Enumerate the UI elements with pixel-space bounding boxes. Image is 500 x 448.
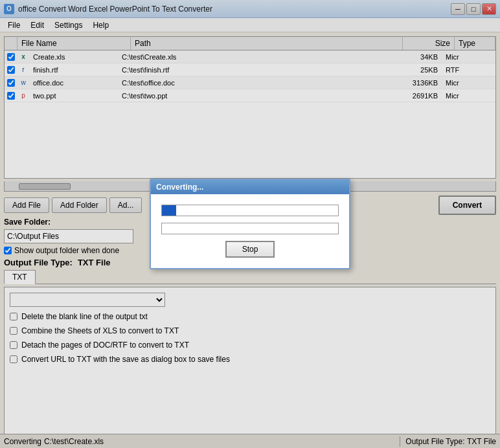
modal-title-bar: Converting... bbox=[151, 180, 349, 194]
converting-dialog: Converting... Stop bbox=[150, 179, 350, 269]
modal-body: Stop bbox=[151, 194, 349, 268]
stop-button[interactable]: Stop bbox=[225, 241, 275, 258]
progress-bar-fill bbox=[162, 205, 176, 216]
modal-title: Converting... bbox=[156, 183, 203, 192]
progress-bar-primary bbox=[161, 205, 339, 216]
modal-overlay: Converting... Stop bbox=[0, 0, 500, 448]
progress-bar-secondary bbox=[161, 223, 339, 234]
